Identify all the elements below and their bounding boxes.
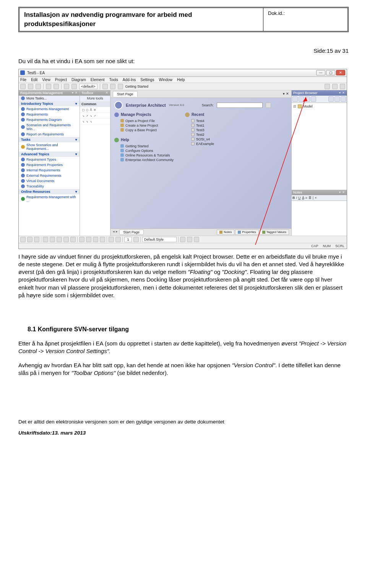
pb-button[interactable] bbox=[328, 96, 334, 102]
toolbar-button[interactable] bbox=[27, 237, 32, 242]
maximize-button[interactable]: ▢ bbox=[326, 70, 335, 75]
toolbar-button[interactable] bbox=[115, 237, 121, 242]
toolbar-button[interactable] bbox=[325, 84, 330, 89]
tasks-header[interactable]: Tasks▾ bbox=[19, 137, 80, 142]
intro-topics-header[interactable]: Introductory Topics▾ bbox=[19, 101, 80, 106]
pb-button[interactable] bbox=[305, 96, 310, 102]
help-link[interactable]: Online Resources & Tutorials bbox=[114, 153, 174, 158]
menu-tools[interactable]: Tools bbox=[109, 78, 118, 82]
recent-link[interactable]: Test2 bbox=[185, 132, 214, 137]
more-tasks-link[interactable]: More Tasks... bbox=[19, 96, 80, 101]
list-item[interactable]: Requirement Types bbox=[19, 157, 80, 162]
more-button[interactable]: × bbox=[315, 196, 317, 200]
toolbar-button[interactable] bbox=[79, 237, 84, 242]
online-resources-header[interactable]: Online Resources▾ bbox=[19, 189, 80, 194]
toolbar-default-dropdown[interactable]: <default> bbox=[79, 84, 97, 89]
search-go-button[interactable] bbox=[266, 103, 271, 108]
create-project-link[interactable]: Create a New Project bbox=[114, 123, 174, 128]
list-item[interactable]: Internal Requirements bbox=[19, 168, 80, 173]
underline-button[interactable]: U bbox=[298, 196, 301, 200]
color-button[interactable]: A̲ bbox=[302, 196, 304, 200]
help-link[interactable]: Enterprise Architect Community bbox=[114, 158, 174, 162]
toolbar-button[interactable] bbox=[93, 237, 98, 242]
toolbar-button[interactable] bbox=[36, 84, 41, 89]
toolbar-button[interactable] bbox=[20, 237, 26, 242]
menu-element[interactable]: Element bbox=[91, 78, 105, 82]
copy-project-link[interactable]: Copy a Base Project bbox=[114, 128, 174, 132]
toolbar-nav-fwd[interactable] bbox=[71, 84, 77, 89]
toolbar-button[interactable] bbox=[180, 237, 185, 242]
list-item[interactable]: Requirements Diagram bbox=[19, 117, 80, 122]
toolbar-button[interactable] bbox=[332, 84, 338, 89]
search-input[interactable] bbox=[217, 103, 263, 108]
toolbar-button[interactable] bbox=[100, 237, 105, 242]
toolbar-button[interactable] bbox=[118, 84, 123, 89]
recent-link[interactable]: EAExample bbox=[185, 142, 214, 146]
list-item[interactable]: Requirements Management with ... bbox=[19, 194, 80, 204]
menu-diagram[interactable]: Diagram bbox=[71, 78, 86, 82]
toolbar-button[interactable] bbox=[34, 237, 39, 242]
help-link[interactable]: Configure Options bbox=[114, 148, 174, 153]
zoom-button[interactable] bbox=[57, 237, 62, 242]
tab-notes[interactable]: Notes bbox=[217, 230, 234, 235]
toolbox-more[interactable]: More tools bbox=[80, 96, 110, 101]
toolbar-nav-back[interactable] bbox=[64, 84, 69, 89]
close-button[interactable]: ✕ bbox=[336, 70, 345, 75]
help-link[interactable]: Getting Started bbox=[114, 144, 174, 148]
zoom-button[interactable] bbox=[63, 237, 69, 242]
recent-link[interactable]: Test4 bbox=[185, 119, 214, 123]
toolbox-common-header[interactable]: Common bbox=[80, 101, 110, 107]
menu-view[interactable]: View bbox=[42, 78, 50, 82]
list-button[interactable]: ≣ bbox=[309, 196, 312, 200]
open-project-link[interactable]: Open a Project File bbox=[114, 119, 174, 123]
toolbar-button[interactable] bbox=[20, 84, 26, 89]
list-item[interactable]: Show Scenarios and Requirement... bbox=[19, 142, 80, 151]
toolbar-button[interactable] bbox=[102, 84, 108, 89]
list-item[interactable]: Virtual Documents bbox=[19, 178, 80, 184]
toolbar-button[interactable] bbox=[340, 84, 345, 89]
tree-root[interactable]: ⊟Model bbox=[293, 104, 345, 108]
toolbar-button[interactable] bbox=[86, 237, 91, 242]
toolbar-button[interactable] bbox=[54, 84, 59, 89]
list-item[interactable]: Requirements Management bbox=[19, 106, 80, 112]
toolbox-item[interactable]: □○A≡ bbox=[80, 107, 110, 113]
toolbox-item[interactable]: ↘↗↘↗ bbox=[80, 113, 110, 119]
toolbar-button[interactable] bbox=[194, 237, 199, 242]
toolbar-getting-started[interactable]: Getting Started bbox=[125, 85, 149, 88]
menu-edit[interactable]: Edit bbox=[31, 78, 37, 82]
list-item[interactable]: Scenarios and Requirements Win... bbox=[19, 122, 80, 132]
pb-button[interactable] bbox=[335, 96, 340, 102]
toolbox-item[interactable]: ↘↘↘ bbox=[80, 119, 110, 124]
toolbar-button[interactable] bbox=[133, 237, 139, 242]
bold-button[interactable]: B bbox=[292, 196, 295, 200]
line-width-dropdown[interactable]: 1 bbox=[124, 237, 132, 242]
tab-tagged-values[interactable]: Tagged Values bbox=[260, 230, 289, 235]
list-button[interactable]: ≡ bbox=[305, 196, 307, 200]
tab-dropdown-icon[interactable]: ▾ ✕ bbox=[283, 92, 289, 96]
pb-button[interactable] bbox=[299, 96, 304, 102]
pb-button[interactable] bbox=[311, 96, 316, 102]
menu-window[interactable]: Window bbox=[159, 78, 172, 82]
zoom-button[interactable] bbox=[50, 237, 55, 242]
menu-file[interactable]: File bbox=[20, 78, 26, 82]
list-item[interactable]: Requirement Properties bbox=[19, 162, 80, 168]
advanced-topics-header[interactable]: Advanced Topics▾ bbox=[19, 151, 80, 157]
menu-addins[interactable]: Add-Ins bbox=[123, 78, 136, 82]
recent-link[interactable]: SOSI_v4 bbox=[185, 137, 214, 142]
notes-panel-title[interactable]: Notes▾ ✕ bbox=[292, 190, 347, 195]
tab-start-page[interactable]: Start Page bbox=[113, 91, 138, 97]
zoom-button[interactable] bbox=[43, 237, 48, 242]
menu-help[interactable]: Help bbox=[177, 78, 185, 82]
italic-button[interactable]: I bbox=[296, 196, 297, 200]
minimize-button[interactable]: — bbox=[316, 70, 325, 75]
requirements-panel-title[interactable]: Requirements Management▾ ✕ bbox=[19, 90, 80, 96]
list-item[interactable]: Report on Requirements bbox=[19, 132, 80, 137]
toolbar-button[interactable] bbox=[110, 84, 115, 89]
notes-editor[interactable] bbox=[292, 201, 347, 236]
toolbar-button[interactable] bbox=[109, 237, 114, 242]
menu-project[interactable]: Project bbox=[55, 78, 67, 82]
recent-link[interactable]: Test1 bbox=[185, 123, 214, 128]
style-dropdown[interactable]: Default Style bbox=[142, 237, 177, 242]
recent-link[interactable]: Test3 bbox=[185, 128, 214, 132]
toolbox-title[interactable]: Toolbox✕ bbox=[80, 90, 110, 96]
